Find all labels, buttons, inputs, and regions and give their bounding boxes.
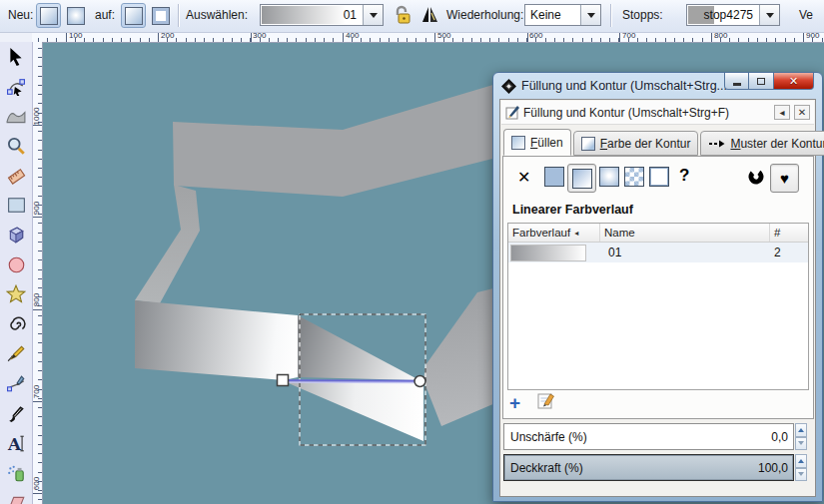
truncated-toolbar-label: Ve — [799, 8, 813, 22]
sort-icon: ◂ — [574, 229, 578, 238]
fill-tab-page: ✕ ? ♥ Linearer Farbverlauf Farbverlauf◂ — [502, 156, 814, 419]
flat-color-button[interactable] — [544, 167, 564, 187]
blur-spinner[interactable] — [795, 423, 807, 450]
fillrule-evenodd-button[interactable] — [747, 168, 765, 186]
tweak-tool-icon[interactable] — [0, 102, 32, 132]
eraser-tool-icon[interactable] — [0, 488, 32, 504]
add-gradient-button[interactable]: + — [509, 393, 520, 412]
radial-gradient-button[interactable] — [599, 167, 619, 187]
gradient-list-row[interactable]: 01 2 — [508, 243, 808, 262]
panel-close-icon: ✕ — [798, 107, 806, 118]
opacity-slider[interactable]: Deckkraft (%) 100,0 — [503, 454, 794, 481]
new-linear-gradient-button[interactable] — [36, 3, 61, 28]
panel-title: Füllung und Kontur (Umschalt+Strg+F) — [523, 106, 770, 120]
tab-fill[interactable]: Füllen — [503, 129, 571, 156]
pen-tool-icon[interactable] — [0, 369, 32, 399]
blur-value: 0,0 — [771, 430, 793, 444]
unknown-paint-button[interactable]: ? — [679, 166, 689, 186]
neu-label: Neu: — [8, 8, 33, 22]
gradient-reverse-icon[interactable] — [419, 5, 441, 29]
toolbar-separator — [610, 4, 611, 27]
panel-close-button[interactable]: ✕ — [794, 105, 810, 120]
star-tool-icon[interactable] — [0, 279, 32, 309]
box3d-tool-icon[interactable] — [0, 221, 32, 251]
ribbon-gradient-band[interactable] — [135, 300, 298, 380]
panel-header: Füllung und Kontur (Umschalt+Strg+F) ◂ ✕ — [501, 101, 814, 125]
selected-lower-wedge[interactable] — [284, 380, 423, 441]
opacity-value: 100,0 — [758, 461, 793, 475]
gradient-end-handle[interactable] — [414, 376, 425, 387]
calligraphy-tool-icon[interactable] — [0, 399, 32, 429]
stop-value: stop4275 — [687, 8, 759, 22]
unknown-paint-icon: ? — [679, 166, 689, 186]
gradient-toolbar: Neu: auf: Auswählen: 01 Wiederholung: Ke… — [0, 0, 824, 33]
rectangle-tool-icon[interactable] — [0, 191, 32, 221]
apply-to-stroke-button[interactable] — [148, 3, 173, 28]
gradient-lock-icon[interactable] — [393, 5, 412, 30]
stroke-style-tab-icon — [708, 139, 725, 149]
dock-arrow-button[interactable]: ◂ — [774, 105, 790, 120]
gradient-list: Farbverlauf◂ Name # 01 2 — [507, 223, 809, 390]
horizontal-ruler[interactable]: 100 200 300 400 500 600 700 800 900 — [32, 32, 824, 43]
dropdown-arrow-icon[interactable] — [580, 5, 600, 25]
tool-palette: A — [0, 42, 33, 504]
vertical-ruler[interactable]: 1000 900 800 700 600 — [32, 42, 43, 504]
blur-slider[interactable]: Unschärfe (%) 0,0 — [503, 423, 794, 450]
spiral-tool-icon[interactable] — [0, 309, 32, 339]
column-name[interactable]: Name — [600, 224, 770, 242]
node-tool-icon[interactable] — [0, 72, 32, 102]
flat-color-icon — [544, 167, 564, 187]
selector-tool-icon[interactable] — [0, 42, 32, 72]
new-radial-gradient-button[interactable] — [63, 3, 88, 28]
maximize-button[interactable] — [749, 73, 774, 90]
text-tool-icon[interactable]: A — [0, 428, 32, 458]
close-button[interactable]: ✕ — [774, 73, 814, 90]
dialog-titlebar[interactable]: Füllung und Kontur (Umschalt+Strg... ✕ — [493, 73, 822, 99]
ellipse-tool-icon[interactable] — [0, 251, 32, 280]
tab-stroke-paint[interactable]: Farbe der Kontur — [573, 131, 699, 156]
gradient-list-footer: + — [509, 390, 556, 414]
column-count[interactable]: # — [770, 224, 808, 242]
minimize-button[interactable] — [724, 73, 749, 90]
auf-label: auf: — [95, 8, 115, 22]
swatch-icon — [649, 167, 669, 187]
spin-down-icon — [798, 472, 804, 476]
minimize-icon — [733, 83, 741, 86]
dock-arrow-icon: ◂ — [779, 107, 784, 118]
linear-gradient-icon — [572, 169, 592, 189]
gradient-select-value: 01 — [261, 8, 363, 22]
fillrule-nonzero-button[interactable]: ♥ — [770, 164, 799, 193]
linear-gradient-button[interactable] — [567, 164, 596, 193]
measure-tool-icon[interactable] — [0, 161, 32, 191]
gradient-row-stop-count: 2 — [774, 246, 808, 259]
tab-stroke-style[interactable]: Muster der Kontur — [700, 131, 824, 156]
column-gradient[interactable]: Farbverlauf◂ — [508, 224, 600, 242]
ribbon-left-segment[interactable] — [135, 185, 200, 303]
close-icon: ✕ — [789, 75, 798, 88]
repeat-combo[interactable]: Keine — [524, 4, 601, 26]
selected-upper-wedge[interactable] — [298, 315, 419, 380]
dropdown-arrow-icon[interactable] — [759, 5, 779, 25]
gradient-line[interactable] — [289, 380, 414, 381]
swatch-button[interactable] — [649, 167, 669, 187]
spray-tool-icon[interactable] — [0, 458, 32, 488]
dialog-panel: Füllung und Kontur (Umschalt+Strg+F) ◂ ✕… — [499, 99, 816, 497]
no-paint-button[interactable]: ✕ — [517, 168, 530, 187]
fillrule-nonzero-icon: ♥ — [780, 171, 789, 186]
apply-to-fill-button[interactable] — [121, 3, 146, 28]
stops-combo[interactable]: stop4275 — [686, 4, 780, 26]
gradient-line-highlight — [289, 382, 414, 383]
gradient-select-combo[interactable]: 01 — [260, 4, 384, 26]
gradient-start-handle[interactable] — [278, 375, 289, 386]
zoom-tool-icon[interactable] — [0, 131, 32, 161]
pattern-button[interactable] — [624, 167, 644, 187]
dropdown-arrow-icon[interactable] — [363, 5, 383, 25]
gradient-list-header[interactable]: Farbverlauf◂ Name # — [508, 224, 808, 243]
opacity-spinner[interactable] — [795, 454, 807, 481]
ribbon-top-segment[interactable] — [173, 80, 509, 197]
edit-gradient-button[interactable] — [536, 390, 556, 414]
blur-label: Unschärfe (%) — [504, 430, 771, 444]
radial-gradient-icon — [599, 167, 619, 187]
pencil-tool-icon[interactable] — [0, 339, 32, 369]
radial-gradient-icon — [67, 7, 85, 25]
